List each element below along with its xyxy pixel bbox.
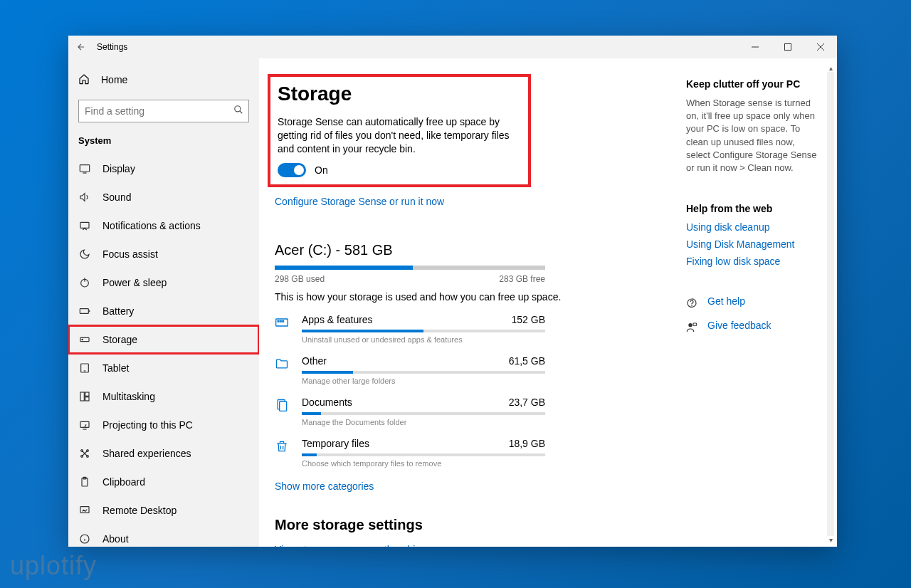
- nav-label: Projecting to this PC: [102, 419, 193, 431]
- sidebar: Home System Display Sound Notifications …: [68, 58, 259, 547]
- sidebar-item-storage[interactable]: Storage: [68, 325, 259, 354]
- back-button[interactable]: [68, 42, 94, 52]
- category-other[interactable]: Other61,5 GB Manage other large folders: [275, 355, 545, 385]
- sidebar-item-remote[interactable]: Remote Desktop: [68, 496, 259, 525]
- sidebar-item-tablet[interactable]: Tablet: [68, 354, 259, 382]
- drive-free: 283 GB free: [499, 274, 545, 284]
- sidebar-item-projecting[interactable]: Projecting to this PC: [68, 411, 259, 439]
- get-help-link[interactable]: Get help: [707, 295, 745, 307]
- help-link-disk-cleanup[interactable]: Using disk cleanup: [686, 221, 820, 233]
- sidebar-item-power[interactable]: Power & sleep: [68, 268, 259, 297]
- focus-assist-icon: [78, 248, 91, 260]
- svg-rect-19: [85, 392, 89, 396]
- sidebar-item-sound[interactable]: Sound: [68, 183, 259, 211]
- svg-point-41: [688, 323, 692, 327]
- folder-icon: [275, 355, 290, 374]
- svg-rect-12: [80, 309, 88, 314]
- category-size: 61,5 GB: [509, 355, 545, 367]
- tablet-icon: [78, 362, 91, 374]
- category-name: Apps & features: [302, 314, 373, 325]
- svg-rect-32: [276, 319, 288, 326]
- get-help-row[interactable]: Get help: [686, 295, 820, 313]
- svg-point-4: [235, 106, 241, 112]
- svg-marker-8: [80, 194, 85, 201]
- nav-label: About: [102, 533, 129, 545]
- clutter-description: When Storage sense is turned on, it'll f…: [686, 97, 820, 174]
- nav-label: Notifications & actions: [102, 220, 201, 231]
- view-other-drives-link[interactable]: View storage usage on other drives: [275, 544, 431, 547]
- sidebar-item-notifications[interactable]: Notifications & actions: [68, 211, 259, 240]
- drive-used: 298 GB used: [275, 274, 325, 284]
- sidebar-home[interactable]: Home: [68, 65, 259, 94]
- nav-label: Multitasking: [102, 391, 155, 402]
- configure-storage-sense-link[interactable]: Configure Storage Sense or run it now: [275, 196, 444, 207]
- help-title: Help from the web: [686, 203, 820, 214]
- section-label: System: [68, 131, 259, 154]
- category-name: Temporary files: [302, 438, 369, 449]
- sidebar-item-display[interactable]: Display: [68, 154, 259, 183]
- main-column: Storage Storage Sense can automatically …: [259, 58, 665, 547]
- category-temporary[interactable]: Temporary files18,9 GB Choose which temp…: [275, 438, 545, 468]
- help-link-low-space[interactable]: Fixing low disk space: [686, 256, 820, 267]
- svg-rect-37: [280, 401, 287, 411]
- help-link-disk-management[interactable]: Using Disk Management: [686, 238, 820, 250]
- sidebar-item-about[interactable]: About: [68, 525, 259, 547]
- scroll-up-icon[interactable]: ▴: [829, 64, 833, 72]
- svg-rect-18: [80, 392, 84, 401]
- nav-label: Power & sleep: [102, 277, 167, 288]
- remote-icon: [78, 505, 91, 516]
- help-icon: [686, 298, 699, 311]
- page-title: Storage: [278, 83, 520, 105]
- give-feedback-link[interactable]: Give feedback: [707, 320, 772, 331]
- scroll-down-icon[interactable]: ▾: [829, 536, 833, 544]
- svg-rect-35: [283, 320, 284, 322]
- category-documents[interactable]: Documents23,7 GB Manage the Documents fo…: [275, 397, 545, 426]
- nav-label: Remote Desktop: [102, 505, 177, 516]
- sidebar-item-shared[interactable]: Shared experiences: [68, 439, 259, 468]
- maximize-button[interactable]: [772, 36, 804, 58]
- close-button[interactable]: [804, 36, 837, 58]
- apps-icon: [275, 314, 290, 332]
- feedback-icon: [686, 322, 699, 335]
- category-hint: Uninstall unused or undesired apps & fea…: [302, 335, 545, 344]
- power-icon: [78, 277, 91, 288]
- search-input[interactable]: [78, 100, 249, 122]
- sidebar-item-multitasking[interactable]: Multitasking: [68, 382, 259, 411]
- nav-label: Battery: [102, 305, 134, 317]
- projecting-icon: [78, 419, 91, 431]
- category-apps-features[interactable]: Apps & features152 GB Uninstall unused o…: [275, 314, 545, 344]
- display-icon: [78, 163, 91, 174]
- window-title: Settings: [97, 42, 127, 52]
- nav-label: Tablet: [102, 362, 129, 374]
- shared-icon: [78, 448, 91, 459]
- nav-label: Sound: [102, 191, 131, 203]
- sidebar-item-focus-assist[interactable]: Focus assist: [68, 240, 259, 268]
- notifications-icon: [78, 220, 91, 231]
- sound-icon: [78, 191, 91, 203]
- nav-label: Clipboard: [102, 476, 145, 488]
- scrollbar[interactable]: ▴ ▾: [826, 64, 836, 544]
- storage-sense-toggle[interactable]: [278, 163, 306, 177]
- svg-point-15: [82, 339, 83, 340]
- watermark: uplotify: [10, 551, 97, 581]
- category-size: 23,7 GB: [509, 397, 545, 408]
- about-icon: [78, 533, 91, 545]
- nav-label: Storage: [102, 334, 137, 345]
- more-storage-settings-heading: More storage settings: [275, 517, 665, 533]
- give-feedback-row[interactable]: Give feedback: [686, 320, 820, 337]
- sidebar-item-battery[interactable]: Battery: [68, 297, 259, 325]
- clutter-title: Keep clutter off your PC: [686, 78, 820, 90]
- minimize-button[interactable]: [739, 36, 772, 58]
- svg-rect-42: [693, 323, 697, 325]
- trash-icon: [275, 438, 290, 456]
- drive-usage-bar: [275, 266, 545, 270]
- svg-rect-34: [280, 320, 282, 322]
- nav-label: Focus assist: [102, 248, 158, 260]
- svg-rect-1: [785, 44, 791, 51]
- show-more-categories-link[interactable]: Show more categories: [275, 481, 374, 492]
- svg-rect-33: [278, 320, 279, 322]
- sidebar-item-clipboard[interactable]: Clipboard: [68, 468, 259, 496]
- multitasking-icon: [78, 391, 91, 402]
- titlebar: Settings: [68, 36, 837, 58]
- nav-label: Shared experiences: [102, 448, 191, 459]
